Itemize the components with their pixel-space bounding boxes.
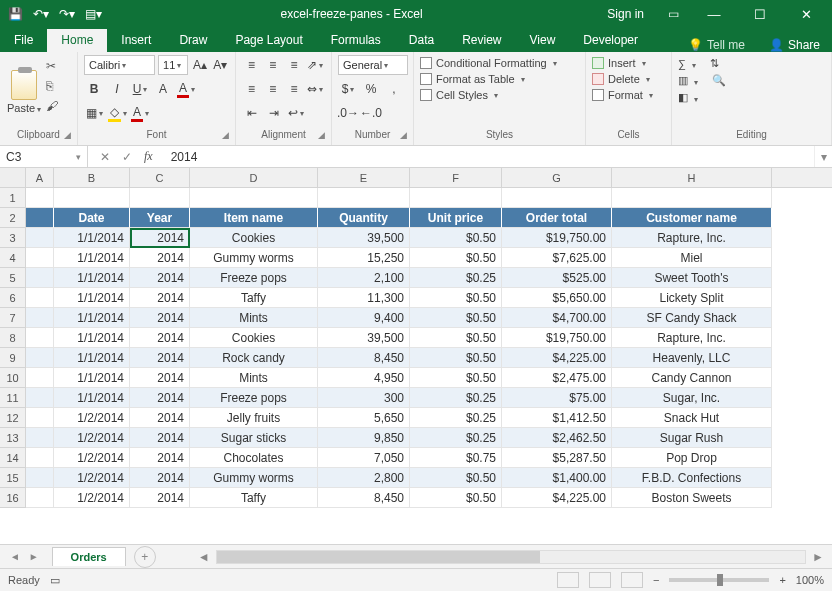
cell[interactable]: 1/2/2014: [54, 488, 130, 508]
row-head[interactable]: 13: [0, 428, 25, 448]
undo-button[interactable]: ↶▾: [33, 7, 49, 21]
tab-draw[interactable]: Draw: [165, 29, 221, 52]
cell[interactable]: 4,950: [318, 368, 410, 388]
format-painter-button[interactable]: 🖌: [46, 99, 58, 113]
paste-button[interactable]: Paste: [6, 55, 42, 129]
page-layout-view-button[interactable]: [589, 572, 611, 588]
cell[interactable]: $2,475.00: [502, 368, 612, 388]
number-launcher-icon[interactable]: ◢: [400, 130, 407, 140]
cell[interactable]: 1/1/2014: [54, 328, 130, 348]
cell[interactable]: 2014: [130, 448, 190, 468]
cell[interactable]: 2014: [130, 368, 190, 388]
cell[interactable]: $0.50: [410, 368, 502, 388]
cell[interactable]: [26, 308, 54, 328]
cell[interactable]: [26, 468, 54, 488]
tab-home[interactable]: Home: [47, 29, 107, 52]
tab-view[interactable]: View: [516, 29, 570, 52]
cell[interactable]: [26, 388, 54, 408]
tab-developer[interactable]: Developer: [569, 29, 652, 52]
comma-button[interactable]: ,: [384, 79, 404, 99]
align-middle-button[interactable]: ≡: [263, 55, 282, 75]
cell[interactable]: 1/1/2014: [54, 388, 130, 408]
font-launcher-icon[interactable]: ◢: [222, 130, 229, 140]
col-head-a[interactable]: A: [26, 168, 54, 187]
cell[interactable]: 2014: [130, 408, 190, 428]
font-size-combo[interactable]: 11: [158, 55, 188, 75]
cell[interactable]: Rapture, Inc.: [612, 228, 772, 248]
cell[interactable]: Jelly fruits: [190, 408, 318, 428]
increase-decimal-button[interactable]: .0→: [338, 103, 358, 123]
orientation-button[interactable]: ⇗: [306, 55, 325, 75]
cell[interactable]: [26, 328, 54, 348]
align-center-button[interactable]: ≡: [263, 79, 282, 99]
copy-button[interactable]: ⎘: [46, 79, 58, 93]
cell[interactable]: [410, 188, 502, 208]
cell[interactable]: 1/2/2014: [54, 408, 130, 428]
cell[interactable]: $4,700.00: [502, 308, 612, 328]
cell[interactable]: Heavenly, LLC: [612, 348, 772, 368]
row-head[interactable]: 15: [0, 468, 25, 488]
cell[interactable]: Sugar sticks: [190, 428, 318, 448]
decrease-decimal-button[interactable]: ←.0: [361, 103, 381, 123]
cut-button[interactable]: ✂: [46, 59, 58, 73]
cell[interactable]: $19,750.00: [502, 228, 612, 248]
font-name-combo[interactable]: Calibri: [84, 55, 155, 75]
save-icon[interactable]: 💾: [8, 7, 23, 21]
name-box[interactable]: C3▾: [0, 146, 88, 167]
cell[interactable]: Sugar, Inc.: [612, 388, 772, 408]
cells-insert-button[interactable]: Insert: [592, 57, 665, 69]
cell[interactable]: 1/1/2014: [54, 228, 130, 248]
accounting-button[interactable]: $: [338, 79, 358, 99]
cell[interactable]: 2014: [130, 288, 190, 308]
col-head-c[interactable]: C: [130, 168, 190, 187]
cell[interactable]: Gummy worms: [190, 468, 318, 488]
cell[interactable]: $4,225.00: [502, 348, 612, 368]
number-format-combo[interactable]: General: [338, 55, 408, 75]
align-left-button[interactable]: ≡: [242, 79, 261, 99]
cell[interactable]: $0.50: [410, 488, 502, 508]
cell[interactable]: 9,400: [318, 308, 410, 328]
cell[interactable]: 2014: [130, 308, 190, 328]
col-head-b[interactable]: B: [54, 168, 130, 187]
cell[interactable]: Item name: [190, 208, 318, 228]
cell[interactable]: Rapture, Inc.: [612, 328, 772, 348]
cell[interactable]: $2,462.50: [502, 428, 612, 448]
cell[interactable]: $19,750.00: [502, 328, 612, 348]
cell[interactable]: $0.75: [410, 448, 502, 468]
enter-formula-icon[interactable]: ✓: [122, 150, 132, 164]
cell[interactable]: $0.50: [410, 248, 502, 268]
hscroll-track[interactable]: [216, 550, 806, 564]
cell[interactable]: $4,225.00: [502, 488, 612, 508]
minimize-button[interactable]: —: [694, 0, 734, 28]
cell[interactable]: $525.00: [502, 268, 612, 288]
maximize-button[interactable]: ☐: [740, 0, 780, 28]
decrease-indent-button[interactable]: ⇤: [242, 103, 262, 123]
sheet-tab-orders[interactable]: Orders: [52, 547, 126, 566]
cell[interactable]: 7,050: [318, 448, 410, 468]
cell[interactable]: [26, 268, 54, 288]
cell[interactable]: Customer name: [612, 208, 772, 228]
cell[interactable]: Taffy: [190, 288, 318, 308]
percent-button[interactable]: %: [361, 79, 381, 99]
cell[interactable]: 1/1/2014: [54, 348, 130, 368]
cell[interactable]: [318, 188, 410, 208]
col-head-f[interactable]: F: [410, 168, 502, 187]
autosum-button[interactable]: ∑ ⇅: [678, 57, 825, 70]
cell[interactable]: $0.50: [410, 228, 502, 248]
font-color2-button[interactable]: A: [130, 103, 150, 123]
cell[interactable]: 15,250: [318, 248, 410, 268]
alignment-launcher-icon[interactable]: ◢: [318, 130, 325, 140]
cell[interactable]: 2014: [130, 488, 190, 508]
cell[interactable]: $0.50: [410, 468, 502, 488]
row-head[interactable]: 10: [0, 368, 25, 388]
row-head[interactable]: 6: [0, 288, 25, 308]
col-head-e[interactable]: E: [318, 168, 410, 187]
page-break-view-button[interactable]: [621, 572, 643, 588]
macro-record-icon[interactable]: ▭: [50, 574, 60, 587]
sign-in-link[interactable]: Sign in: [599, 7, 652, 21]
cell[interactable]: Lickety Split: [612, 288, 772, 308]
cell[interactable]: Year: [130, 208, 190, 228]
cell[interactable]: 1/2/2014: [54, 468, 130, 488]
cell[interactable]: 1/1/2014: [54, 288, 130, 308]
cell[interactable]: [54, 188, 130, 208]
